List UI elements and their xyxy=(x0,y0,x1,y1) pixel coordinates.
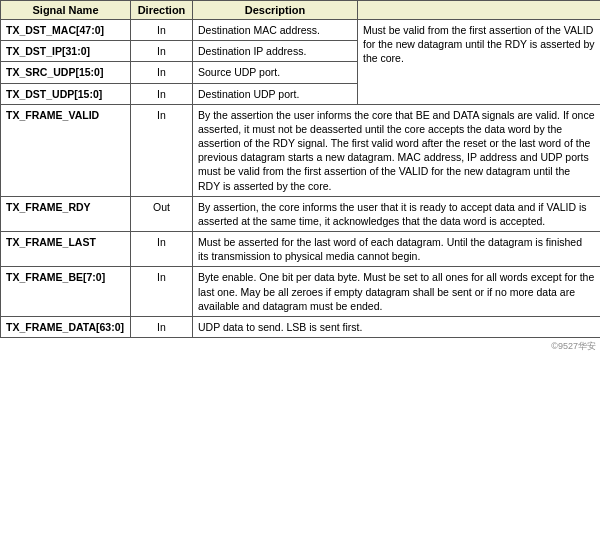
signal-name-cell: TX_FRAME_DATA[63:0] xyxy=(1,316,131,337)
table-row: TX_FRAME_VALIDInBy the assertion the use… xyxy=(1,104,601,196)
signal-name-cell: TX_FRAME_VALID xyxy=(1,104,131,196)
description-cell: Must be asserted for the last word of ea… xyxy=(193,232,601,267)
description-cell: Destination IP address. xyxy=(193,41,358,62)
description-cell: Byte enable. One bit per data byte. Must… xyxy=(193,267,601,317)
description-cell: UDP data to send. LSB is sent first. xyxy=(193,316,601,337)
direction-cell: In xyxy=(131,62,193,83)
description-cell: Destination UDP port. xyxy=(193,83,358,104)
header-description: Description xyxy=(193,1,358,20)
signal-name-cell: TX_DST_MAC[47:0] xyxy=(1,20,131,41)
description-cell: Source UDP port. xyxy=(193,62,358,83)
signal-name-cell: TX_DST_IP[31:0] xyxy=(1,41,131,62)
signal-name-cell: TX_FRAME_BE[7:0] xyxy=(1,267,131,317)
direction-cell: In xyxy=(131,267,193,317)
direction-cell: In xyxy=(131,316,193,337)
direction-cell: In xyxy=(131,232,193,267)
watermark: ©9527华安 xyxy=(0,338,600,355)
signal-name-cell: TX_DST_UDP[15:0] xyxy=(1,83,131,104)
direction-cell: In xyxy=(131,41,193,62)
header-notes xyxy=(358,1,601,20)
table-row: TX_FRAME_DATA[63:0]InUDP data to send. L… xyxy=(1,316,601,337)
direction-cell: Out xyxy=(131,196,193,231)
signal-table: Signal Name Direction Description TX_DST… xyxy=(0,0,600,338)
direction-cell: In xyxy=(131,104,193,196)
table-row: TX_DST_MAC[47:0]InDestination MAC addres… xyxy=(1,20,601,41)
table-row: TX_FRAME_BE[7:0]InByte enable. One bit p… xyxy=(1,267,601,317)
header-signal: Signal Name xyxy=(1,1,131,20)
table-row: TX_FRAME_LASTInMust be asserted for the … xyxy=(1,232,601,267)
signal-name-cell: TX_FRAME_RDY xyxy=(1,196,131,231)
description-cell: By the assertion the user informs the co… xyxy=(193,104,601,196)
table-row: TX_FRAME_RDYOutBy assertion, the core in… xyxy=(1,196,601,231)
notes-cell: Must be valid from the first assertion o… xyxy=(358,20,601,105)
header-direction: Direction xyxy=(131,1,193,20)
description-cell: Destination MAC address. xyxy=(193,20,358,41)
direction-cell: In xyxy=(131,20,193,41)
signal-name-cell: TX_FRAME_LAST xyxy=(1,232,131,267)
direction-cell: In xyxy=(131,83,193,104)
signal-name-cell: TX_SRC_UDP[15:0] xyxy=(1,62,131,83)
description-cell: By assertion, the core informs the user … xyxy=(193,196,601,231)
